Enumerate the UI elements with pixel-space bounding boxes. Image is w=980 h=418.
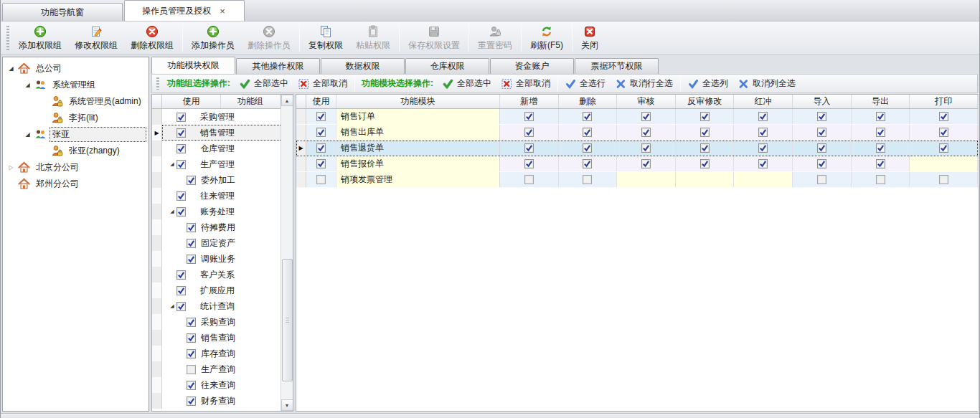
module-row[interactable]: 销售报价单 bbox=[296, 156, 978, 172]
group-row[interactable]: 委外加工 bbox=[152, 172, 282, 188]
column-header-6[interactable]: 反审修改 bbox=[676, 95, 735, 108]
group-row[interactable]: ◢生产管理 bbox=[152, 156, 282, 172]
module-unselect-all-button[interactable]: 全部取消 bbox=[496, 76, 555, 91]
refresh-button[interactable]: 刷新(F5) bbox=[524, 23, 570, 53]
group-grid-scrollbar[interactable]: ▲ ▼ bbox=[281, 95, 293, 411]
module-row[interactable]: 销售订单 bbox=[296, 109, 978, 125]
tab-function-module-perms[interactable]: 功能模块权限 bbox=[151, 57, 235, 74]
checkbox[interactable] bbox=[583, 112, 592, 121]
column-header-7[interactable]: 红冲 bbox=[734, 95, 793, 108]
module-row[interactable]: ▶销售退货单 bbox=[296, 141, 978, 156]
group-row[interactable]: 扩展应用 bbox=[152, 282, 282, 298]
checkbox[interactable] bbox=[700, 128, 710, 137]
checkbox[interactable] bbox=[316, 128, 326, 137]
column-header-1[interactable]: 使用 bbox=[306, 95, 336, 108]
checkbox[interactable] bbox=[316, 143, 326, 153]
checkbox[interactable] bbox=[939, 112, 948, 121]
tab-fund-accounts[interactable]: 资金账户 bbox=[490, 58, 574, 74]
group-row[interactable]: 销售查询 bbox=[152, 330, 282, 346]
column-header-9[interactable]: 导出 bbox=[852, 95, 910, 108]
scroll-up-icon[interactable]: ▲ bbox=[281, 95, 293, 106]
checkbox[interactable] bbox=[758, 159, 768, 168]
checkbox[interactable] bbox=[187, 176, 196, 185]
checkbox[interactable] bbox=[176, 286, 186, 295]
tree-node[interactable]: ◢张亚 bbox=[3, 126, 149, 143]
checkbox[interactable] bbox=[817, 128, 826, 137]
checkbox[interactable] bbox=[583, 175, 592, 184]
checkbox[interactable] bbox=[524, 175, 534, 184]
expanded-expander-icon[interactable]: ◢ bbox=[7, 65, 15, 72]
edit-permission-group-button[interactable]: 修改权限组 bbox=[68, 23, 124, 53]
checkbox[interactable] bbox=[176, 270, 186, 280]
column-header-4[interactable]: 删除 bbox=[559, 95, 618, 108]
expanded-expander-icon[interactable]: ◢ bbox=[168, 161, 176, 167]
group-row[interactable]: 往来查询 bbox=[152, 377, 282, 393]
scroll-down-icon[interactable]: ▼ bbox=[281, 399, 293, 411]
group-row[interactable]: 财务查询 bbox=[152, 393, 282, 409]
checkbox[interactable] bbox=[176, 207, 186, 217]
expanded-expander-icon[interactable]: ◢ bbox=[168, 209, 176, 214]
checkbox[interactable] bbox=[524, 143, 534, 153]
checkbox[interactable] bbox=[817, 159, 826, 168]
checkbox[interactable] bbox=[817, 143, 826, 153]
tree-node[interactable]: ◢总公司 bbox=[3, 60, 149, 77]
checkbox[interactable] bbox=[524, 112, 534, 121]
delete-permission-group-button[interactable]: 删除权限组 bbox=[124, 23, 180, 53]
checkbox[interactable] bbox=[176, 144, 186, 153]
tree-node[interactable]: ▷北京分公司 bbox=[3, 159, 149, 176]
checkbox[interactable] bbox=[700, 112, 710, 121]
checkbox[interactable] bbox=[758, 112, 768, 121]
column-header-8[interactable]: 导入 bbox=[793, 95, 852, 108]
checkbox[interactable] bbox=[187, 365, 196, 374]
checkbox[interactable] bbox=[316, 159, 326, 168]
expanded-expander-icon[interactable]: ◢ bbox=[168, 303, 176, 309]
close-tab-icon[interactable]: × bbox=[218, 6, 227, 16]
copy-permissions-button[interactable]: 复制权限 bbox=[302, 23, 349, 53]
checkbox[interactable] bbox=[641, 128, 651, 137]
tab-warehouse-perms[interactable]: 仓库权限 bbox=[405, 58, 489, 74]
checkbox[interactable] bbox=[187, 333, 196, 343]
scrollbar-thumb[interactable] bbox=[282, 259, 293, 382]
checkbox[interactable] bbox=[187, 396, 196, 406]
tree-node[interactable]: 李拓(lit) bbox=[3, 110, 149, 126]
tab-operator-management[interactable]: 操作员管理及授权× bbox=[124, 0, 245, 21]
group-row[interactable]: 采购查询 bbox=[152, 314, 282, 330]
tree-node[interactable]: ◢系统管理组 bbox=[3, 77, 149, 93]
tab-data-perms[interactable]: 数据权限 bbox=[321, 58, 405, 74]
unselect-row-button[interactable]: 取消行全选 bbox=[611, 76, 678, 91]
checkbox[interactable] bbox=[524, 159, 534, 168]
group-row[interactable]: 客户关系 bbox=[152, 267, 282, 282]
checkbox[interactable] bbox=[700, 143, 710, 153]
group-row[interactable]: 待摊费用 bbox=[152, 219, 282, 235]
group-row[interactable]: 库存查询 bbox=[152, 346, 282, 361]
checkbox[interactable] bbox=[876, 175, 885, 184]
checkbox[interactable] bbox=[176, 160, 186, 169]
checkbox[interactable] bbox=[187, 318, 196, 327]
checkbox[interactable] bbox=[316, 112, 326, 121]
checkbox[interactable] bbox=[876, 112, 885, 121]
add-permission-group-button[interactable]: 添加权限组 bbox=[12, 23, 68, 53]
checkbox[interactable] bbox=[583, 159, 592, 168]
checkbox[interactable] bbox=[187, 381, 196, 390]
group-unselect-all-button[interactable]: 全部取消 bbox=[293, 76, 352, 91]
column-header-3[interactable]: 新增 bbox=[500, 95, 559, 108]
group-row[interactable]: ◢统计查询 bbox=[152, 298, 282, 314]
checkbox[interactable] bbox=[758, 143, 768, 153]
tree-node[interactable]: 系统管理员(admin) bbox=[3, 93, 149, 110]
checkbox[interactable] bbox=[939, 128, 948, 137]
module-row[interactable]: 销项发票管理 bbox=[296, 172, 978, 188]
group-row[interactable]: 往来管理 bbox=[152, 188, 282, 204]
tab-bill-stage-perms[interactable]: 票据环节权限 bbox=[575, 58, 659, 74]
checkbox[interactable] bbox=[187, 255, 196, 264]
checkbox[interactable] bbox=[939, 143, 948, 153]
group-row[interactable]: ▶销售管理 bbox=[152, 125, 282, 141]
column-header-5[interactable]: 审核 bbox=[617, 95, 676, 108]
checkbox[interactable] bbox=[187, 223, 196, 232]
checkbox[interactable] bbox=[876, 159, 885, 168]
module-select-all-button[interactable]: 全部选中 bbox=[438, 76, 496, 91]
column-header-2[interactable]: 功能模块 bbox=[336, 95, 500, 108]
checkbox[interactable] bbox=[316, 175, 326, 184]
checkbox[interactable] bbox=[583, 128, 592, 137]
checkbox[interactable] bbox=[939, 175, 948, 184]
tab-other-operation-perms[interactable]: 其他操作权限 bbox=[236, 58, 320, 74]
